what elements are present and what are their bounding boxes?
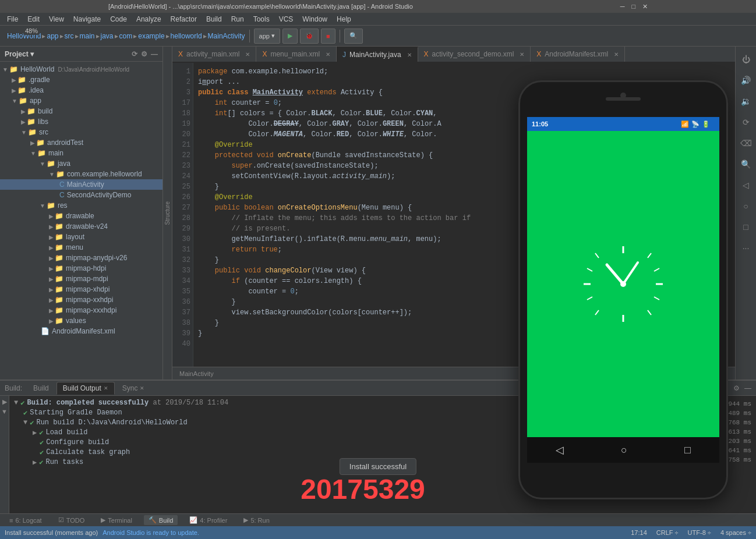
tree-layout[interactable]: ▶ 📁 layout — [0, 232, 162, 242]
menu-refactor[interactable]: Refactor — [166, 14, 202, 24]
menu-vcs[interactable]: VCS — [274, 14, 298, 24]
home-icon[interactable]: ○ — [738, 198, 754, 214]
nav-back-button[interactable]: ◁ — [556, 444, 564, 456]
expand-arrow[interactable]: ▼ — [14, 399, 18, 407]
phone-app-content[interactable] — [527, 131, 719, 437]
tree-main[interactable]: ▼ 📁 main — [0, 148, 162, 158]
tab-mainactivity[interactable]: J MainActivity.java ✕ — [337, 47, 418, 62]
build-tab-sync[interactable]: Sync ✕ — [116, 382, 151, 395]
tree-res[interactable]: ▼ 📁 res — [0, 200, 162, 211]
menu-help[interactable]: Help — [332, 14, 356, 24]
tree-menu[interactable]: ▶ 📁 menu — [0, 242, 162, 253]
run-button[interactable]: ▶ — [282, 29, 298, 44]
sync-icon[interactable]: ⟳ — [132, 50, 137, 58]
tree-drawable-v24[interactable]: ▶ 📁 drawable-v24 — [0, 221, 162, 232]
menu-run[interactable]: Run — [227, 14, 249, 24]
expand-arrow3[interactable]: ▶ — [33, 428, 37, 437]
todo-tab[interactable]: ☑ TODO — [54, 515, 90, 525]
menu-view[interactable]: View — [44, 14, 69, 24]
tree-values[interactable]: ▶ 📁 values — [0, 315, 162, 326]
volume-up-icon[interactable]: 🔊 — [738, 72, 754, 88]
build-tab-output[interactable]: Build Output ✕ — [56, 382, 115, 395]
build-bottom-tab[interactable]: 🔨 Build — [144, 515, 178, 525]
collapse-icon[interactable]: — — [151, 50, 158, 58]
tree-mipmap-xxhdpi[interactable]: ▶ 📁 mipmap-xxhdpi — [0, 295, 162, 305]
tab-menu-main[interactable]: X menu_main.xml ✕ — [256, 47, 337, 62]
debug-button[interactable]: 🐞 — [300, 29, 319, 44]
breadcrumb-example[interactable]: example — [138, 32, 164, 40]
menu-build[interactable]: Build — [202, 14, 227, 24]
tree-mipmap-xhdpi[interactable]: ▶ 📁 mipmap-xhdpi — [0, 284, 162, 295]
tree-drawable[interactable]: ▶ 📁 drawable — [0, 211, 162, 221]
close-button[interactable]: ✕ — [642, 3, 648, 10]
structure-tab-vertical[interactable]: Structure — [163, 197, 172, 230]
breadcrumb-main[interactable]: main — [80, 32, 95, 40]
square-icon[interactable]: □ — [738, 219, 754, 235]
expand-icon[interactable]: ▶ — [2, 398, 7, 406]
tree-androidtest[interactable]: ▶ 📁 androidTest — [0, 137, 162, 148]
back-icon[interactable]: ◁ — [738, 177, 754, 193]
tree-mainactivity[interactable]: C MainActivity — [0, 179, 162, 190]
tree-com-example[interactable]: ▼ 📁 com.example.helloworld — [0, 169, 162, 179]
breadcrumb-helloworld2[interactable]: helloworld — [171, 32, 202, 40]
tree-secondactivity[interactable]: C SecondActivityDemo — [0, 190, 162, 200]
breadcrumb-com[interactable]: com — [119, 32, 133, 40]
expand-arrow4[interactable]: ▶ — [33, 458, 37, 467]
power-icon[interactable]: ⏻ — [738, 51, 754, 68]
tab-close-icon[interactable]: ✕ — [614, 51, 619, 58]
volume-down-icon[interactable]: 🔉 — [738, 93, 754, 109]
collapse-build-icon[interactable]: ▼ — [1, 408, 8, 415]
tree-mipmap-anydpi[interactable]: ▶ 📁 mipmap-anydpi-v26 — [0, 253, 162, 263]
tree-gradle[interactable]: ▶ 📁 .gradle — [0, 75, 162, 85]
menu-analyze[interactable]: Analyze — [132, 14, 166, 24]
breadcrumb-app[interactable]: app — [47, 32, 58, 40]
erase-icon[interactable]: ⌫ — [738, 135, 754, 151]
logcat-tab[interactable]: ≡ 6: Logcat — [5, 516, 47, 525]
settings-gear-icon[interactable]: ⚙ — [733, 384, 740, 392]
status-encoding[interactable]: UTF-8 ÷ — [688, 529, 711, 536]
zoom-in-icon[interactable]: 🔍 — [738, 156, 754, 172]
tab-close-icon[interactable]: ✕ — [407, 52, 412, 58]
expand-arrow2[interactable]: ▼ — [23, 419, 27, 427]
tab-close-icon[interactable]: ✕ — [245, 51, 250, 58]
update-link[interactable]: Android Studio is ready to update. — [103, 529, 199, 536]
run-config-button[interactable]: app ▾ — [254, 29, 280, 44]
status-crlf[interactable]: CRLF ÷ — [656, 529, 679, 536]
phone-screen[interactable]: 11:05 📶 📡 🔋 — [527, 117, 719, 463]
tree-build[interactable]: ▶ 📁 build — [0, 106, 162, 116]
tab-activity-second[interactable]: X activity_second_demo.xml ✕ — [418, 47, 531, 62]
tree-libs[interactable]: ▶ 📁 libs — [0, 116, 162, 127]
tree-idea[interactable]: ▶ 📁 .idea — [0, 85, 162, 95]
menu-code[interactable]: Code — [105, 14, 132, 24]
tree-mipmap-hdpi[interactable]: ▶ 📁 mipmap-hdpi — [0, 263, 162, 274]
tree-mipmap-mdpi[interactable]: ▶ 📁 mipmap-mdpi — [0, 274, 162, 284]
tab-close-icon[interactable]: ✕ — [326, 51, 330, 58]
profiler-tab[interactable]: 📈 4: Profiler — [185, 515, 232, 525]
tab-close-icon[interactable]: ✕ — [520, 51, 524, 58]
tree-app[interactable]: ▼ 📁 app — [0, 95, 162, 106]
more-icon[interactable]: ··· — [738, 240, 754, 256]
stop-button[interactable]: ■ — [321, 29, 335, 44]
sync-close-icon[interactable]: ✕ — [140, 385, 144, 391]
search-everywhere-button[interactable]: 🔍 — [344, 29, 363, 44]
menu-file[interactable]: File — [2, 14, 23, 24]
terminal-tab[interactable]: ▶ Terminal — [96, 515, 137, 525]
rotate-icon[interactable]: ⟳ — [738, 114, 754, 130]
phone-navbar[interactable]: ◁ ○ □ — [527, 437, 719, 463]
tab-androidmanifest[interactable]: X AndroidManifest.xml ✕ — [531, 47, 625, 62]
menu-tools[interactable]: Tools — [249, 14, 274, 24]
nav-home-button[interactable]: ○ — [621, 444, 627, 456]
tree-src[interactable]: ▼ 📁 src — [0, 127, 162, 137]
nav-recents-button[interactable]: □ — [684, 444, 691, 456]
minimize-button[interactable]: ─ — [620, 3, 625, 10]
tree-java[interactable]: ▼ 📁 java — [0, 158, 162, 169]
status-indent[interactable]: 4 spaces ÷ — [720, 529, 751, 536]
build-output-close-icon[interactable]: ✕ — [104, 385, 108, 391]
breadcrumb-src[interactable]: src — [65, 32, 74, 40]
breadcrumb-java[interactable]: java — [101, 32, 114, 40]
menu-window[interactable]: Window — [298, 14, 332, 24]
tree-helloworld[interactable]: ▼ 📁 HelloWorld D:\Java\Android\HelloWorl… — [0, 64, 162, 75]
menu-edit[interactable]: Edit — [23, 14, 44, 24]
tab-activity-main[interactable]: X activity_main.xml ✕ — [172, 47, 256, 62]
run-tab[interactable]: ▶ 5: Run — [239, 515, 274, 525]
